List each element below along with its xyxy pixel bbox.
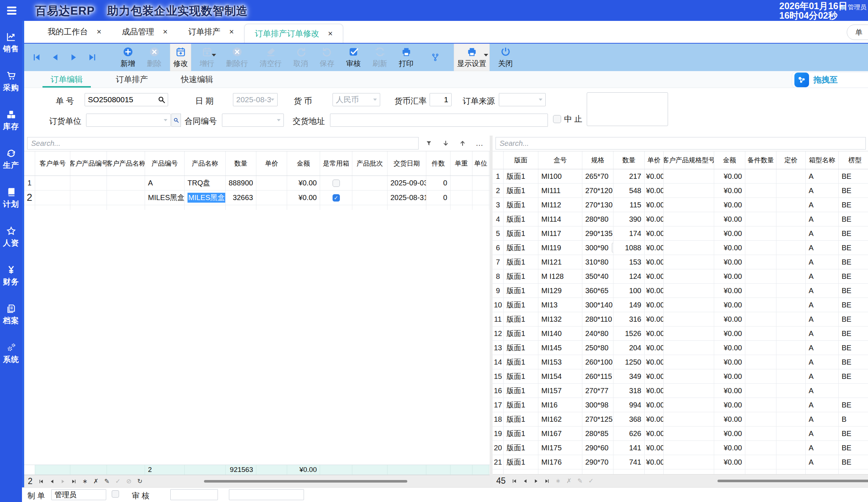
table-row[interactable]: 19 版面1 MI167 280*85 626 ¥0.00 ¥0 [493,427,868,441]
search-input[interactable] [496,137,866,150]
nav-first-icon[interactable] [38,478,44,485]
arrow-down-icon[interactable] [442,140,449,147]
horizontal-scrollbar[interactable] [604,479,859,483]
column-header[interactable]: 楞型 [839,151,868,169]
sidebar-item[interactable]: 采购 [0,66,22,104]
remark-textarea[interactable] [587,93,668,126]
audit-input-1[interactable] [171,490,218,500]
nav-first-icon[interactable] [511,478,518,484]
nav-next-icon[interactable] [533,478,539,484]
toolbar-button[interactable]: 保存 [316,44,338,71]
column-header[interactable]: 单价 [645,151,664,169]
source-select[interactable] [499,93,546,106]
common-box-checkbox[interactable] [333,180,340,187]
date-picker[interactable]: 2025-08-31 23: [233,93,278,106]
column-header[interactable]: 件数 [426,151,450,176]
tab[interactable]: 订单排产 × [178,21,244,43]
pencil-icon[interactable]: ✎ [577,478,583,484]
table-row[interactable]: 10 版面1 MI13 300*140 149 ¥0.00 ¥0 [493,298,868,312]
pencil-icon[interactable]: ✎ [104,478,110,485]
ellipsis-icon[interactable]: … [476,140,483,147]
column-header[interactable]: 数量 [226,151,256,176]
maker-input[interactable] [52,490,106,500]
toolbar-button[interactable] [85,44,100,71]
sidebar-item[interactable]: 生产 [0,143,22,182]
column-header[interactable]: 箱型名称 [806,151,839,169]
delete-cross-icon[interactable]: ✗ [93,478,99,485]
table-row[interactable]: 6 版面1 MI119 300*90 1088 ¥0.00 ¥0 [493,241,868,255]
stop-checkbox[interactable] [553,115,561,123]
table-row[interactable]: 9 版面1 MI129 360*65 100 ¥0.00 ¥0. [493,284,868,298]
column-header[interactable]: 金额 [287,151,320,176]
user-badge[interactable]: 管理员 [839,3,867,11]
column-header[interactable]: 定价 [776,151,806,169]
column-header[interactable]: 客户产品规格型号 [664,151,714,169]
table-row[interactable]: 17 版面1 MI16 300*98 994 ¥0.00 ¥0. [493,398,868,412]
column-header[interactable]: 单重 [450,151,472,176]
sidebar-item[interactable]: 库存 [0,104,22,143]
asterisk-icon[interactable]: ∗ [82,478,88,485]
sidebar-item[interactable]: 人资 [0,221,22,260]
column-header[interactable]: 金额 [714,151,745,169]
column-header[interactable]: 客户产品名称 [107,151,145,176]
toolbar-button[interactable]: 取消 [290,44,311,71]
toolbar-button[interactable]: 修改 [170,44,191,71]
table-row[interactable]: 5 版面1 MI117 290*135 174 ¥0.00 ¥0 [493,226,868,241]
table-row[interactable]: 20 版面1 MI175 290*60 141 ¥0.00 ¥0 [493,441,868,455]
customer-select[interactable] [86,114,171,127]
table-row[interactable]: 2 版面1 MI111 270*120 548 ¥0.00 ¥0 [493,184,868,198]
toolbar-button[interactable] [66,44,82,71]
column-header[interactable]: 单位 [472,151,489,176]
tab-close-icon[interactable]: × [229,27,234,37]
column-header[interactable]: 规格 [582,151,613,169]
column-header[interactable]: 客户产品编号 [70,151,107,176]
sidebar-item[interactable]: 档案 [0,299,22,337]
table-row[interactable]: 13 版面1 MI145 250*80 204 ¥0.00 ¥0 [493,341,868,355]
toolbar-button[interactable]: 删除 [144,44,165,71]
column-header[interactable]: 数量 [613,151,645,169]
table-row[interactable]: 18 版面1 MI162 270*125 368 ¥0.00 ¥ [493,412,868,427]
table-row[interactable]: 3 版面1 MI112 270*130 115 ¥0.00 ¥0 [493,198,868,212]
scrollbar-thumb[interactable] [204,480,407,483]
sidebar-item[interactable]: 系统 [0,337,22,376]
column-header[interactable]: 是常用箱 [320,151,352,176]
table-row[interactable]: 14 版面1 MI153 260*100 1250 ¥0.00 [493,355,868,369]
tab-close-icon[interactable]: × [163,27,168,37]
tab-close-icon[interactable]: × [328,29,333,38]
ban-icon[interactable]: ⊘ [126,478,132,485]
common-box-checkbox[interactable] [333,194,340,202]
tab-close-icon[interactable]: × [97,27,101,37]
table-row[interactable]: 1 A TRQ盘 888900 ¥0.00 2025-09-03 0 [24,176,490,191]
nav-prev-icon[interactable] [522,478,528,484]
search-icon[interactable] [157,96,166,104]
column-header[interactable]: 产品编号 [145,151,185,176]
menu-button[interactable] [6,5,18,16]
nav-next-icon[interactable] [60,478,66,485]
scrollbar-thumb[interactable] [717,480,868,482]
nav-prev-icon[interactable] [49,478,55,485]
toolbar-button[interactable]: 审核 [343,44,364,71]
subtab[interactable]: 订单排产 [108,71,156,88]
table-row[interactable]: 8 版面1 M I128 350*40 124 ¥0.00 ¥0 [493,269,868,284]
table-row[interactable]: 16 版面1 MI157 270*77 318 ¥0.00 ¥0 [493,384,868,398]
toolbar-button[interactable]: 显示设置 [454,44,490,71]
tab[interactable]: 我的工作台 × [37,21,112,43]
toolbar-button[interactable]: 刷新 [369,44,390,71]
column-header[interactable]: 盒号 [538,151,582,169]
subtab[interactable]: 快速编辑 [173,71,221,88]
table-row[interactable]: 4 版面1 MI114 280*80 390 ¥0.00 ¥0. [493,212,868,226]
toolbar-button[interactable]: 打印 [396,44,417,71]
column-header[interactable]: 交货日期 [387,151,426,176]
tab[interactable]: 订单排产订单修改 × [244,24,344,43]
column-header[interactable]: 单价 [256,151,287,176]
table-row[interactable]: 21 版面1 MI176 290*70 741 ¥0.00 ¥0 [493,455,868,469]
toolbar-button[interactable]: 增行 [196,44,218,71]
toolbar-button[interactable]: 关闭 [495,44,516,71]
horizontal-scrollbar[interactable] [153,479,481,484]
toolbar-button[interactable]: 清空行 [256,44,285,71]
check-icon[interactable]: ✓ [588,478,594,484]
search-input[interactable] [27,137,419,150]
customer-search-button[interactable] [171,114,181,127]
funnel-icon[interactable] [425,140,433,147]
rate-input[interactable] [430,93,451,106]
